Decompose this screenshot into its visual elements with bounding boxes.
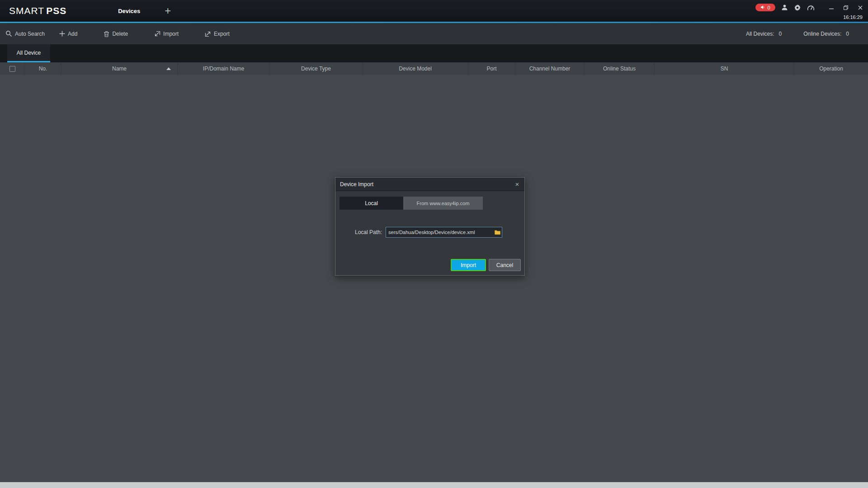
auto-search-button[interactable]: Auto Search bbox=[5, 30, 45, 37]
column-device-type[interactable]: Device Type bbox=[269, 62, 362, 75]
restore-window-button[interactable] bbox=[842, 4, 850, 12]
trash-icon bbox=[104, 31, 109, 37]
alarm-count: 0 bbox=[767, 5, 770, 10]
alarm-badge[interactable]: 0 bbox=[755, 4, 775, 11]
new-tab-button[interactable]: + bbox=[165, 0, 171, 22]
clock-display: 16:16:29 bbox=[843, 14, 864, 20]
view-tab-strip: All Device bbox=[0, 44, 868, 62]
online-devices-count: 0 bbox=[846, 31, 849, 37]
online-devices-label: Online Devices: bbox=[803, 31, 841, 37]
column-name-label: Name bbox=[112, 66, 127, 72]
bottom-status-strip bbox=[0, 482, 868, 488]
close-window-button[interactable] bbox=[856, 4, 864, 12]
speaker-icon bbox=[760, 5, 765, 10]
column-no[interactable]: No. bbox=[24, 62, 61, 75]
column-port[interactable]: Port bbox=[468, 62, 515, 75]
local-path-label: Local Path: bbox=[355, 229, 382, 235]
dialog-tabs: Local From www.easy4ip.com bbox=[340, 197, 483, 210]
tab-all-device[interactable]: All Device bbox=[7, 44, 50, 62]
dialog-cancel-button[interactable]: Cancel bbox=[489, 259, 521, 271]
local-path-row: Local Path: bbox=[355, 227, 502, 238]
browse-folder-icon[interactable] bbox=[495, 230, 500, 235]
import-icon bbox=[154, 31, 160, 37]
dialog-tab-local[interactable]: Local bbox=[340, 197, 403, 210]
column-sn[interactable]: SN bbox=[654, 62, 794, 75]
minimize-button[interactable] bbox=[827, 4, 835, 12]
dialog-buttons: Import Cancel bbox=[451, 259, 521, 271]
device-counts: All Devices: 0 Online Devices: 0 bbox=[746, 31, 849, 37]
export-button[interactable]: Export bbox=[205, 31, 230, 37]
user-icon[interactable] bbox=[780, 4, 788, 12]
app-logo: SMARTPSS bbox=[9, 5, 66, 16]
column-device-model[interactable]: Device Model bbox=[362, 62, 468, 75]
import-button[interactable]: Import bbox=[154, 31, 179, 37]
dialog-title: Device Import bbox=[335, 181, 373, 188]
device-table-header: No. Name IP/Domain Name Device Type Devi… bbox=[0, 62, 868, 75]
auto-search-label: Auto Search bbox=[15, 31, 45, 37]
select-all-checkbox[interactable] bbox=[9, 66, 15, 72]
all-devices-label: All Devices: bbox=[746, 31, 774, 37]
plus-icon bbox=[59, 31, 65, 37]
column-online-status[interactable]: Online Status bbox=[584, 62, 654, 75]
column-ip-domain[interactable]: IP/Domain Name bbox=[177, 62, 269, 75]
add-button[interactable]: Add bbox=[59, 31, 77, 37]
device-toolbar: Auto Search Add Delete Import Export All… bbox=[0, 23, 868, 44]
dashboard-gauge-icon[interactable] bbox=[807, 4, 815, 12]
all-devices-count: 0 bbox=[779, 31, 782, 37]
dialog-tab-easy4ip[interactable]: From www.easy4ip.com bbox=[403, 197, 483, 210]
dialog-title-bar: Device Import × bbox=[335, 178, 524, 191]
search-icon bbox=[5, 30, 12, 37]
add-label: Add bbox=[68, 31, 77, 37]
column-operation[interactable]: Operation bbox=[794, 62, 868, 75]
export-label: Export bbox=[214, 31, 230, 37]
title-bar: SMARTPSS Devices + 0 bbox=[0, 0, 868, 22]
column-name[interactable]: Name bbox=[61, 62, 177, 75]
dialog-close-icon[interactable]: × bbox=[513, 180, 522, 189]
app-logo-pss: PSS bbox=[46, 5, 66, 16]
dialog-import-button[interactable]: Import bbox=[451, 259, 486, 271]
local-path-input[interactable] bbox=[386, 227, 502, 238]
app-logo-smart: SMART bbox=[9, 5, 44, 16]
select-all-cell bbox=[0, 62, 24, 75]
delete-button[interactable]: Delete bbox=[104, 31, 128, 37]
sort-asc-icon[interactable] bbox=[166, 67, 171, 70]
device-import-dialog: Device Import × Local From www.easy4ip.c… bbox=[335, 177, 525, 276]
delete-label: Delete bbox=[112, 31, 128, 37]
tab-devices[interactable]: Devices bbox=[112, 0, 146, 22]
settings-gear-icon[interactable] bbox=[793, 4, 802, 12]
column-channel-number[interactable]: Channel Number bbox=[515, 62, 584, 75]
export-icon bbox=[205, 31, 211, 37]
topbar-right: 0 16:16:29 bbox=[755, 0, 864, 22]
import-label: Import bbox=[163, 31, 179, 37]
